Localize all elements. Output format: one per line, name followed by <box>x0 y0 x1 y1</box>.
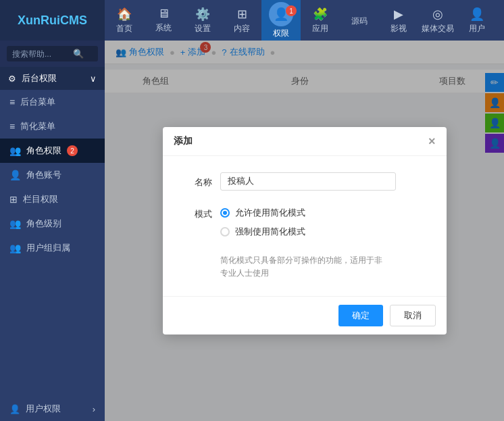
search-box: 🔍 <box>0 41 105 67</box>
nav-item-权限[interactable]: 👤权限1 <box>261 0 301 41</box>
nav-item-用户[interactable]: 👤用户 <box>457 0 497 41</box>
nav-item-设置[interactable]: ⚙️设置 <box>183 0 222 41</box>
modal-body: 名称 模式 允许使用简化模式 强制使用简化模式 <box>163 156 447 296</box>
gear-icon: ⚙ <box>8 74 16 84</box>
sidebar-item-角色账号[interactable]: 👤角色账号 <box>0 163 105 187</box>
form-label-mode: 模式 <box>182 204 212 220</box>
nav-label: 应用 <box>312 23 328 34</box>
modal-close-button[interactable]: × <box>428 135 436 147</box>
form-description: 简化模式只具备部分可操作的功能，适用于非专业人士使用 <box>220 251 428 280</box>
form-row-name: 名称 <box>182 172 428 191</box>
search-icon[interactable]: 🔍 <box>73 49 84 59</box>
sidebar-menu: ≡后台菜单≡简化菜单👥角色权限2👤角色账号⊞栏目权限👥角色级别👥用户组归属 <box>0 90 105 397</box>
radio-allow[interactable]: 允许使用简化模式 <box>220 207 305 219</box>
content-area: 👥 角色权限 ● + 添加 3 ● ? 在线帮助 ● 角色组 身份 项目数 <box>105 41 504 421</box>
modal: 添加 × 名称 模式 允许使用简化模式 <box>163 127 447 335</box>
sidebar-bottom-item[interactable]: 👤 用户权限 › <box>0 397 105 421</box>
modal-header: 添加 × <box>163 127 447 156</box>
sidebar-item-栏目权限[interactable]: ⊞栏目权限 <box>0 187 105 212</box>
chevron-right-icon: › <box>93 404 95 414</box>
sidebar-bottom-label: 用户权限 <box>26 403 61 415</box>
sidebar-item-icon: 👤 <box>9 170 21 180</box>
confirm-button[interactable]: 确定 <box>338 305 383 326</box>
nav-item-系统[interactable]: 🖥系统 <box>144 0 183 41</box>
sidebar-item-label: 角色级别 <box>26 218 61 230</box>
nav-label: 权限 <box>273 28 289 39</box>
nav-badge: 1 <box>286 5 297 16</box>
sidebar: 🔍 ⚙ 后台权限 ∨ ≡后台菜单≡简化菜单👥角色权限2👤角色账号⊞栏目权限👥角色… <box>0 41 105 421</box>
sidebar-item-角色级别[interactable]: 👥角色级别 <box>0 212 105 236</box>
radio-label-force: 强制使用简化模式 <box>235 226 305 238</box>
form-label-name: 名称 <box>182 172 212 189</box>
nav-item-应用[interactable]: 🧩应用 <box>301 0 340 41</box>
sidebar-item-icon: ⊞ <box>9 194 18 205</box>
sidebar-item-label: 后台菜单 <box>20 96 55 108</box>
sidebar-item-icon: 👥 <box>9 218 21 229</box>
logo[interactable]: XunRuiCMS <box>0 0 105 41</box>
nav-item-内容[interactable]: ⊞内容 <box>222 0 261 41</box>
modal-overlay: 添加 × 名称 模式 允许使用简化模式 <box>105 41 504 421</box>
sidebar-section[interactable]: ⚙ 后台权限 ∨ <box>0 67 105 90</box>
sidebar-badge: 2 <box>67 145 78 156</box>
nav-item-媒体交易[interactable]: ◎媒体交易 <box>418 0 457 41</box>
sidebar-item-简化菜单[interactable]: ≡简化菜单 <box>0 114 105 139</box>
cancel-button[interactable]: 取消 <box>390 305 436 326</box>
sidebar-item-icon: ≡ <box>9 121 15 132</box>
sidebar-item-icon: ≡ <box>9 97 15 107</box>
sidebar-item-角色权限[interactable]: 👥角色权限2 <box>0 139 105 163</box>
radio-circle-allow[interactable] <box>220 208 230 218</box>
nav-item-财务[interactable]: ¥财务 <box>497 0 504 41</box>
nav-label: 设置 <box>195 23 211 34</box>
radio-label-allow: 允许使用简化模式 <box>235 207 305 219</box>
nav-icon: ▶ <box>394 7 403 22</box>
sidebar-section-label: 后台权限 <box>22 72 57 84</box>
modal-title: 添加 <box>174 135 193 147</box>
main-layout: 🔍 ⚙ 后台权限 ∨ ≡后台菜单≡简化菜单👥角色权限2👤角色账号⊞栏目权限👥角色… <box>0 41 504 421</box>
nav-label: 系统 <box>155 22 172 34</box>
chevron-down-icon: ∨ <box>90 74 97 84</box>
sidebar-item-后台菜单[interactable]: ≡后台菜单 <box>0 90 105 114</box>
sidebar-item-label: 角色权限 <box>26 145 61 157</box>
form-row-mode: 模式 允许使用简化模式 强制使用简化模式 <box>182 204 428 238</box>
nav-items: 🏠首页🖥系统⚙️设置⊞内容👤权限1🧩应用源码▶影视◎媒体交易👤用户¥财务…小程 <box>105 0 504 41</box>
sidebar-item-label: 用户组归属 <box>26 242 70 254</box>
sidebar-item-label: 栏目权限 <box>23 193 58 205</box>
sidebar-item-label: 简化菜单 <box>20 120 55 132</box>
nav-icon: 👤 <box>470 7 484 22</box>
search-input[interactable] <box>12 49 73 59</box>
nav-item-首页[interactable]: 🏠首页 <box>105 0 144 41</box>
nav-icon: ⚙️ <box>195 7 210 22</box>
nav-label: 源码 <box>351 16 368 27</box>
search-input-wrap: 🔍 <box>7 46 98 61</box>
nav-icon: ◎ <box>432 7 443 22</box>
logo-text: XunRuiCMS <box>18 14 87 28</box>
nav-icon: 🧩 <box>313 7 328 22</box>
nav-item-影视[interactable]: ▶影视 <box>379 0 418 41</box>
nav-label: 内容 <box>234 23 250 34</box>
sidebar-item-icon: 👥 <box>9 145 21 156</box>
sidebar-item-用户组归属[interactable]: 👥用户组归属 <box>0 236 105 260</box>
radio-circle-force[interactable] <box>220 227 230 237</box>
nav-icon: ⊞ <box>237 7 247 22</box>
sidebar-item-icon: 👥 <box>9 243 21 253</box>
nav-label: 用户 <box>469 23 485 34</box>
nav-label: 影视 <box>390 23 407 34</box>
sidebar-item-label: 角色账号 <box>26 169 61 181</box>
modal-footer: 确定 取消 <box>163 296 447 335</box>
nav-label: 首页 <box>116 23 132 34</box>
top-nav: XunRuiCMS 🏠首页🖥系统⚙️设置⊞内容👤权限1🧩应用源码▶影视◎媒体交易… <box>0 0 504 41</box>
nav-icon: 🖥 <box>157 7 170 21</box>
nav-icon: 🏠 <box>117 7 132 22</box>
radio-force[interactable]: 强制使用简化模式 <box>220 226 305 238</box>
form-input-name[interactable] <box>220 172 396 191</box>
radio-group: 允许使用简化模式 强制使用简化模式 <box>220 204 305 238</box>
nav-item-源码[interactable]: 源码 <box>340 0 379 41</box>
user-icon: 👤 <box>9 404 20 414</box>
nav-label: 媒体交易 <box>422 23 454 34</box>
